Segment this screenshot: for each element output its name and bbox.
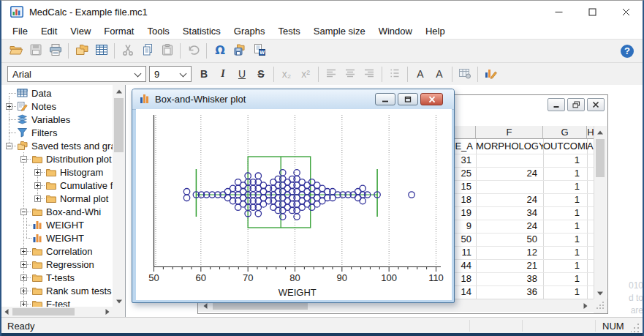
recalculate-button[interactable]: Ω — [210, 42, 230, 61]
underline-button[interactable]: U — [232, 65, 251, 83]
sidebar-vertical-scrollbar[interactable] — [113, 85, 125, 307]
data-cell[interactable]: 34 — [476, 206, 543, 220]
align-center-button[interactable] — [341, 65, 360, 83]
data-cell[interactable]: 1 — [543, 167, 587, 180]
expand-toggle-icon[interactable] — [34, 182, 41, 189]
sidebar-item-variables[interactable]: Variables — [1, 113, 113, 126]
sidebar-item-rank-sum-tests[interactable]: Rank sum tests — [1, 284, 113, 297]
resize-grip[interactable] — [631, 324, 640, 332]
scroll-down-arrow[interactable] — [594, 286, 606, 299]
superscript-button[interactable]: x² — [296, 65, 315, 83]
minimize-button[interactable] — [542, 1, 575, 23]
data-cell[interactable]: 1 — [543, 206, 587, 220]
sidebar-item-data[interactable]: Data — [1, 86, 113, 100]
data-cell[interactable]: 38 — [476, 272, 543, 285]
data-cell[interactable]: 24 — [476, 167, 543, 180]
sidebar-item-notes[interactable]: Notes — [1, 100, 113, 113]
data-cell[interactable]: 36 — [476, 285, 543, 299]
data-cell[interactable]: 1 — [543, 272, 587, 285]
sheet-vertical-scrollbar[interactable] — [594, 126, 607, 299]
variable-name-cell-G[interactable]: OUTCOME — [543, 139, 587, 154]
menu-view[interactable]: View — [64, 24, 97, 38]
sidebar-item-weight[interactable]: WEIGHT — [1, 231, 113, 244]
data-cell[interactable]: 1 — [543, 285, 587, 299]
italic-button[interactable]: I — [213, 65, 232, 83]
data-cell[interactable] — [476, 180, 543, 193]
data-cell[interactable]: 1 — [543, 154, 587, 167]
sidebar-item-f-test[interactable]: F-test — [1, 297, 113, 307]
expand-toggle-icon[interactable] — [6, 103, 12, 110]
menu-help[interactable]: Help — [419, 24, 452, 38]
sidebar-item-saved-tests-and-grap[interactable]: Saved tests and grap — [1, 139, 113, 152]
scroll-thumb[interactable] — [114, 98, 124, 152]
plot-close-button[interactable] — [420, 93, 443, 105]
scroll-thumb[interactable] — [12, 308, 75, 316]
collapse-toggle-icon[interactable] — [20, 209, 27, 215]
bold-button[interactable]: B — [194, 65, 213, 83]
data-cell[interactable]: 24 — [476, 220, 543, 233]
export-word-button[interactable]: W — [249, 42, 269, 61]
scroll-right-arrow[interactable] — [580, 300, 591, 311]
sidebar-item-t-tests[interactable]: T-tests — [1, 271, 113, 284]
data-cell[interactable]: 12 — [476, 246, 543, 259]
duplicate-button[interactable] — [72, 42, 91, 61]
data-cell[interactable]: 1 — [543, 220, 587, 233]
sidebar-item-normal-plot[interactable]: Normal plot — [1, 192, 113, 205]
collapse-toggle-icon[interactable] — [20, 156, 27, 163]
align-left-button[interactable] — [322, 65, 341, 83]
menu-file[interactable]: File — [6, 24, 34, 38]
column-header-F[interactable]: F — [476, 126, 543, 139]
data-cell[interactable]: 1 — [543, 246, 587, 259]
data-cell[interactable]: 21 — [476, 259, 543, 272]
bullet-list-button[interactable] — [385, 65, 404, 83]
menu-graphs[interactable]: Graphs — [227, 24, 272, 38]
copy-button[interactable] — [137, 42, 157, 61]
menu-sample-size[interactable]: Sample size — [307, 24, 372, 38]
paste-button[interactable] — [157, 42, 177, 61]
save-button[interactable] — [26, 42, 45, 61]
sidebar-item-distribution-plot[interactable]: Distribution plot — [1, 152, 113, 165]
scroll-down-arrow[interactable] — [113, 294, 125, 307]
column-header-G[interactable]: G — [543, 126, 587, 139]
data-grid-button[interactable] — [91, 42, 111, 61]
sidebar-item-box-and-whi[interactable]: Box-and-Whi — [1, 205, 113, 218]
sidebar-horizontal-scrollbar[interactable] — [1, 307, 125, 317]
undo-button[interactable] — [183, 42, 203, 61]
help-button[interactable]: ? — [621, 45, 634, 58]
sidebar-item-correlation[interactable]: Correlation — [1, 244, 113, 258]
maximize-button[interactable] — [575, 1, 609, 23]
print-button[interactable] — [45, 42, 65, 61]
expand-toggle-icon[interactable] — [20, 261, 27, 268]
menu-tools[interactable]: Tools — [140, 24, 175, 38]
sheet-resize-grip[interactable] — [594, 299, 607, 313]
increase-font-button[interactable]: A — [411, 65, 430, 83]
scroll-thumb[interactable] — [596, 139, 605, 177]
align-right-button[interactable] — [360, 65, 379, 83]
sidebar-item-filters[interactable]: Filters — [1, 126, 113, 139]
plot-restore-button[interactable] — [398, 93, 418, 105]
scroll-right-arrow[interactable] — [102, 307, 113, 317]
menu-format[interactable]: Format — [97, 24, 140, 38]
cell-format-button[interactable] — [455, 65, 474, 83]
subscript-button[interactable]: x₂ — [277, 65, 296, 83]
menu-statistics[interactable]: Statistics — [176, 24, 227, 38]
menu-edit[interactable]: Edit — [34, 24, 64, 38]
sidebar-item-cumulative-fr[interactable]: Cumulative fr — [1, 179, 113, 192]
data-cell[interactable]: 1 — [543, 233, 587, 246]
font-size-select[interactable]: 9 — [149, 66, 192, 82]
scroll-up-arrow[interactable] — [113, 85, 125, 97]
variable-name-cell-F[interactable]: MORPHOLOGY — [476, 139, 543, 154]
edit-graph-button[interactable] — [481, 65, 500, 83]
scroll-left-arrow[interactable] — [1, 307, 12, 317]
data-cell[interactable]: 1 — [543, 259, 587, 272]
expand-toggle-icon[interactable] — [34, 169, 41, 176]
plot-minimize-button[interactable] — [375, 93, 395, 105]
plot-window-titlebar[interactable]: Box-and-Whisker plot — [132, 89, 454, 110]
sidebar-item-histogram[interactable]: Histogram — [1, 165, 113, 179]
sheet-restore-button[interactable] — [567, 98, 585, 111]
data-cell[interactable]: 1 — [543, 180, 587, 193]
save-all-button[interactable] — [230, 42, 249, 61]
data-cell[interactable] — [476, 154, 543, 167]
data-cell[interactable]: 50 — [476, 233, 543, 246]
sidebar-item-weight[interactable]: WEIGHT — [1, 218, 113, 231]
